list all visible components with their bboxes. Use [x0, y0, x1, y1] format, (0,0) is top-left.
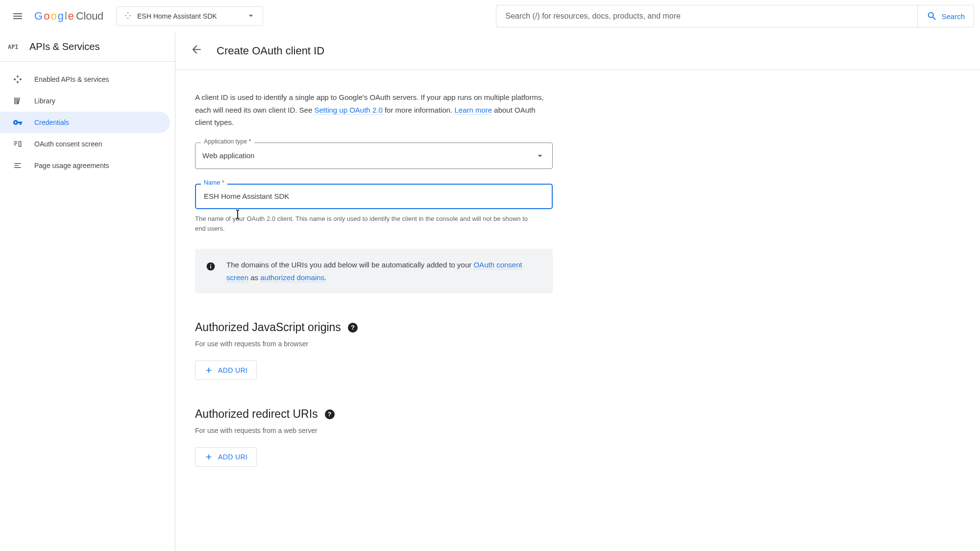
application-type-select[interactable]: Web application [195, 143, 553, 169]
dropdown-icon [535, 150, 545, 161]
name-field: Name * The name of your OAuth 2.0 client… [195, 184, 553, 235]
sidebar-item-agreements[interactable]: Page usage agreements [0, 155, 170, 176]
search-button-label: Search [941, 12, 965, 21]
enabled-apis-icon [13, 74, 23, 84]
plus-icon [204, 366, 213, 375]
redirect-uris-section: Authorized redirect URIs ? For use with … [195, 407, 744, 467]
info-box: The domains of the URIs you add below wi… [195, 249, 553, 293]
svg-text:API: API [8, 44, 19, 50]
application-type-label: Application type * [201, 138, 254, 145]
sidebar-header[interactable]: API APIs & Services [0, 32, 175, 62]
add-uri-label: ADD URI [218, 453, 247, 461]
svg-rect-2 [210, 265, 211, 268]
name-label: Name * [201, 179, 227, 186]
sidebar-item-credentials[interactable]: Credentials [0, 112, 170, 133]
sidebar-title: APIs & Services [29, 41, 99, 52]
sidebar-item-label: Enabled APIs & services [34, 75, 109, 83]
sidebar-item-label: Page usage agreements [34, 162, 109, 169]
svg-rect-3 [210, 264, 211, 265]
search-icon [927, 11, 937, 22]
sidebar: API APIs & Services Enabled APIs & servi… [0, 32, 175, 551]
add-uri-label: ADD URI [218, 366, 247, 374]
js-origins-section: Authorized JavaScript origins ? For use … [195, 321, 744, 380]
search-placeholder: Search (/) for resources, docs, products… [505, 12, 680, 21]
help-icon[interactable]: ? [325, 409, 335, 419]
js-origins-sub: For use with requests from a browser [195, 340, 744, 348]
search-container: Search (/) for resources, docs, products… [489, 5, 974, 27]
redirect-uris-heading: Authorized redirect URIs ? [195, 407, 744, 421]
add-redirect-uri-button[interactable]: ADD URI [195, 447, 257, 467]
sidebar-nav: Enabled APIs & services Library Credenti… [0, 62, 175, 176]
api-icon: API [8, 42, 21, 52]
page-title: Create OAuth client ID [217, 45, 324, 57]
setup-oauth-link[interactable]: Setting up OAuth 2.0 [314, 106, 382, 115]
project-icon [123, 11, 132, 22]
search-button[interactable]: Search [917, 5, 974, 27]
application-type-value: Web application [202, 151, 254, 160]
main-shell: API APIs & Services Enabled APIs & servi… [0, 32, 980, 551]
project-picker[interactable]: ESH Home Assistant SDK [116, 6, 263, 26]
name-helper-text: The name of your OAuth 2.0 client. This … [195, 214, 528, 235]
application-type-field: Application type * Web application [195, 143, 553, 169]
redirect-uris-sub: For use with requests from a web server [195, 427, 744, 434]
agreements-icon [13, 161, 23, 170]
sidebar-item-library[interactable]: Library [0, 90, 170, 112]
hamburger-icon [12, 10, 24, 22]
caret-down-icon [246, 11, 256, 22]
form-content: A client ID is used to identify a single… [175, 70, 763, 480]
sidebar-item-enabled-apis[interactable]: Enabled APIs & services [0, 69, 170, 90]
info-icon [206, 262, 216, 271]
library-icon [13, 96, 23, 106]
back-arrow-icon [190, 43, 203, 56]
sidebar-item-label: OAuth consent screen [34, 140, 102, 148]
key-icon [13, 118, 23, 127]
consent-icon [13, 139, 23, 149]
intro-text: A client ID is used to identify a single… [195, 91, 553, 129]
info-text: The domains of the URIs you add below wi… [226, 259, 542, 284]
search-input[interactable]: Search (/) for resources, docs, products… [496, 5, 917, 27]
plus-icon [204, 453, 213, 461]
help-icon[interactable]: ? [348, 323, 358, 333]
top-bar: Google Cloud ESH Home Assistant SDK Sear… [0, 0, 980, 32]
main-content: Create OAuth client ID A client ID is us… [175, 32, 980, 551]
name-input-wrapper [195, 184, 553, 209]
learn-more-link[interactable]: Learn more [454, 106, 492, 115]
back-button[interactable] [190, 43, 203, 59]
js-origins-heading: Authorized JavaScript origins ? [195, 321, 744, 334]
page-header: Create OAuth client ID [175, 32, 980, 70]
google-cloud-logo[interactable]: Google Cloud [34, 10, 111, 23]
authorized-domains-link[interactable]: authorized domains [260, 273, 324, 282]
hamburger-menu-button[interactable] [6, 4, 29, 28]
sidebar-item-label: Credentials [34, 119, 69, 126]
name-input[interactable] [203, 192, 545, 201]
project-name: ESH Home Assistant SDK [137, 12, 217, 20]
add-js-uri-button[interactable]: ADD URI [195, 360, 257, 380]
sidebar-item-oauth-consent[interactable]: OAuth consent screen [0, 133, 170, 155]
logo-word: Cloud [76, 10, 103, 23]
sidebar-item-label: Library [34, 97, 55, 105]
